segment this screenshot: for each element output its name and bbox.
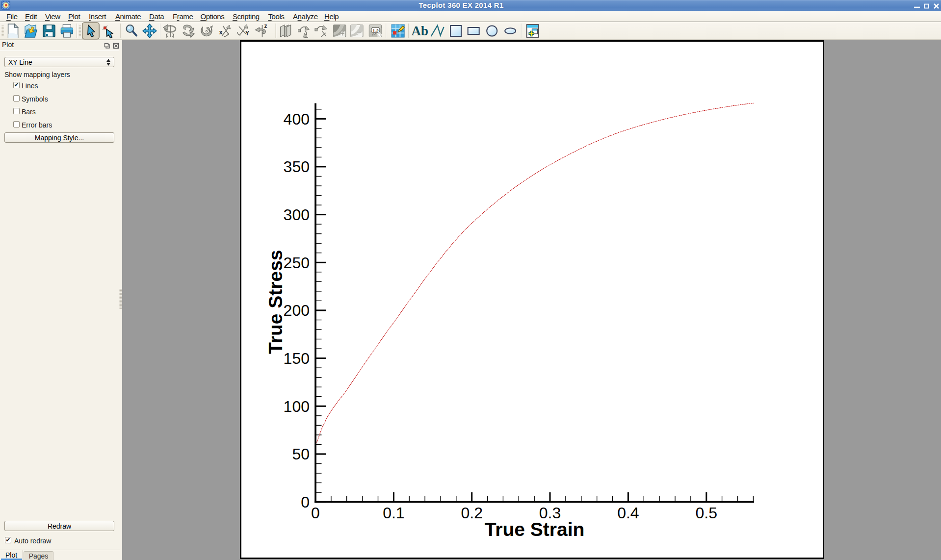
svg-text:0: 0	[311, 504, 320, 522]
svg-text:0.4: 0.4	[617, 504, 639, 522]
svg-text:100: 100	[284, 398, 310, 415]
svg-text:0.1: 0.1	[383, 504, 404, 522]
svg-text:z: z	[264, 23, 267, 29]
svg-text:Ab: Ab	[411, 24, 428, 38]
svg-text:0.2: 0.2	[461, 504, 482, 522]
svg-text:300: 300	[284, 206, 310, 224]
svg-text:0: 0	[301, 493, 310, 511]
svg-text:True Strain: True Strain	[485, 519, 585, 540]
svg-text:150: 150	[284, 350, 310, 367]
svg-text:True Stress: True Stress	[265, 250, 286, 354]
svg-text:50: 50	[292, 445, 310, 463]
svg-text:400: 400	[284, 110, 310, 128]
svg-text:250: 250	[284, 254, 310, 272]
svg-text:0.5: 0.5	[696, 504, 717, 522]
svg-text:200: 200	[284, 302, 310, 319]
svg-text:1.2: 1.2	[372, 28, 379, 33]
svg-text:350: 350	[284, 158, 310, 176]
